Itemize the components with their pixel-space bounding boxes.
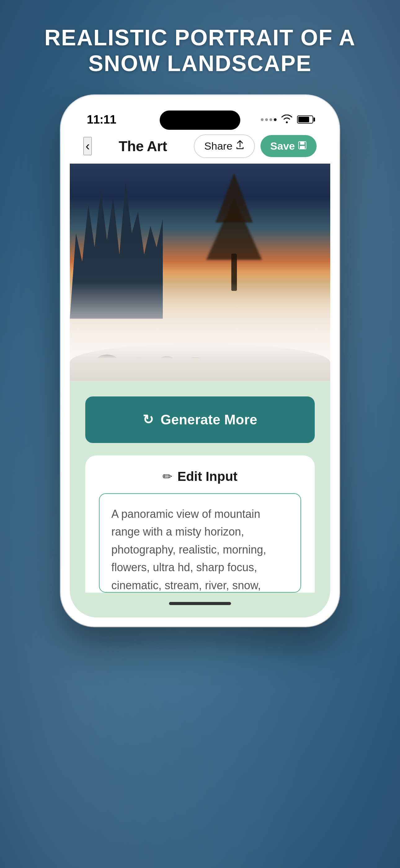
nav-buttons: Share Save [194, 134, 316, 158]
phone-frame: 11:11 [61, 95, 339, 627]
generate-more-label: Generate More [161, 412, 257, 428]
status-icons [261, 114, 313, 126]
phone-inner: 11:11 [70, 104, 330, 617]
save-button[interactable]: Save [261, 135, 316, 157]
status-bar: 11:11 [70, 104, 330, 129]
generate-more-button[interactable]: ↻ Generate More [85, 397, 315, 443]
signal-dot-2 [265, 118, 268, 121]
prompt-text-input[interactable]: A panoramic view of mountain range with … [99, 493, 301, 593]
refresh-icon: ↻ [143, 412, 154, 427]
tree-branches [203, 173, 265, 260]
svg-rect-2 [300, 146, 305, 149]
share-label: Share [204, 140, 233, 152]
main-tree [206, 173, 262, 291]
pencil-icon: ✏ [163, 470, 172, 483]
back-button[interactable]: ‹ [84, 137, 92, 155]
save-icon [298, 140, 307, 152]
home-bar [169, 602, 231, 605]
nav-bar: ‹ The Art Share Save [70, 129, 330, 164]
share-button[interactable]: Share [194, 134, 255, 158]
battery-fill [298, 117, 309, 122]
save-label: Save [270, 140, 295, 152]
share-icon [236, 140, 244, 152]
svg-rect-1 [300, 142, 304, 145]
home-indicator [85, 593, 315, 617]
signal-dot-4 [274, 118, 276, 121]
status-time: 11:11 [87, 113, 116, 126]
snow-ground [70, 344, 330, 381]
signal-dot-1 [261, 118, 264, 121]
battery-icon [297, 116, 313, 124]
signal-dots [261, 118, 276, 121]
bottom-section: ↻ Generate More ✏ Edit Input A panoramic… [70, 381, 330, 617]
page-title: REALISTIC PORTRAIT OF A SNOW LANDSCAPE [0, 25, 400, 76]
edit-input-header: ✏ Edit Input [99, 469, 301, 484]
signal-dot-3 [269, 118, 272, 121]
nav-title: The Art [119, 138, 167, 155]
wifi-icon [281, 114, 293, 126]
phone-wrapper: 11:11 [61, 95, 339, 627]
edit-input-card: ✏ Edit Input A panoramic view of mountai… [85, 456, 315, 593]
edit-input-label: Edit Input [177, 469, 237, 484]
dynamic-island [160, 111, 240, 130]
art-image [70, 164, 330, 381]
